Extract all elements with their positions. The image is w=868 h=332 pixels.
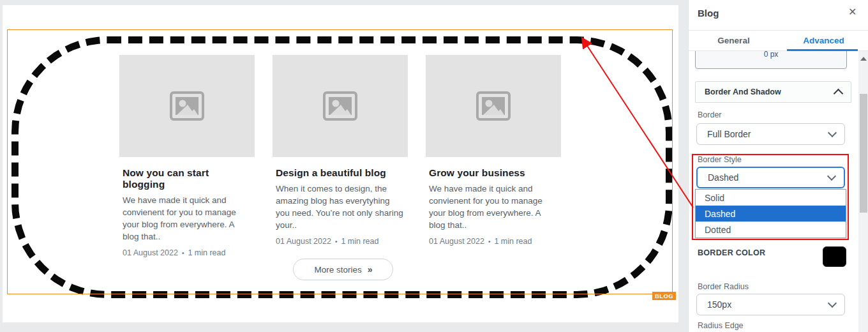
spacing-value: 0 px (764, 51, 779, 59)
border-and-shadow-section-toggle[interactable]: Border And Shadow (695, 81, 851, 103)
chevron-up-icon (834, 88, 844, 98)
border-radius-select-value: 150px (707, 299, 731, 310)
chevron-down-icon (827, 172, 836, 181)
editor-window: Now you can start blogging We have made … (0, 0, 868, 332)
spacing-value-input[interactable]: 0 px (695, 51, 847, 69)
chevron-down-icon (828, 299, 837, 308)
border-color-swatch[interactable] (823, 246, 846, 267)
scrollbar-thumb[interactable] (860, 94, 867, 213)
panel-tabbar: General Advanced (689, 30, 868, 51)
border-color-label: BORDER COLOR (698, 248, 765, 257)
border-style-dropdown: Solid Dashed Dotted (695, 189, 846, 238)
tab-advanced[interactable]: Advanced (779, 31, 868, 50)
panel-scrollbar (858, 51, 868, 332)
border-style-label: Border Style (698, 155, 742, 164)
chevron-down-icon (828, 128, 837, 137)
border-style-select[interactable]: Dashed (696, 167, 845, 188)
option-solid[interactable]: Solid (696, 190, 846, 206)
border-radius-label: Border Radius (698, 282, 749, 291)
widget-settings-panel: Blog ✕ General Advanced 0 px Border And … (688, 0, 868, 332)
section-title: Border And Shadow (705, 87, 781, 96)
border-select-value: Full Border (707, 129, 751, 139)
widget-selection-outline (7, 29, 673, 294)
option-dashed[interactable]: Dashed (696, 206, 846, 222)
panel-scroll-area: 0 px Border And Shadow Border Full Borde… (689, 51, 858, 332)
border-style-select-value: Dashed (708, 172, 738, 183)
option-dotted[interactable]: Dotted (696, 222, 846, 238)
close-icon[interactable]: ✕ (848, 7, 857, 17)
border-radius-select[interactable]: 150px (696, 294, 845, 315)
tab-general[interactable]: General (689, 31, 779, 50)
scrollbar-up-arrow-icon[interactable] (860, 57, 867, 61)
border-select[interactable]: Full Border (696, 123, 845, 145)
radius-edge-label: Radius Edge (698, 321, 744, 330)
widget-type-badge[interactable]: BLOG (652, 292, 676, 300)
panel-title: Blog (698, 8, 719, 19)
border-label: Border (698, 110, 722, 119)
